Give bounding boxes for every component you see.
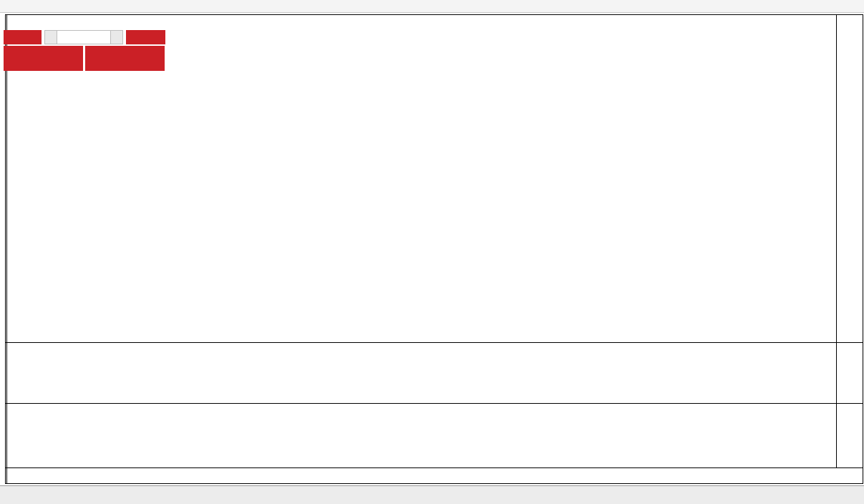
pane-left-border [6, 15, 7, 483]
pane-separator[interactable] [6, 467, 863, 468]
chart-tab-bar [0, 485, 864, 504]
buy-button[interactable] [126, 30, 165, 44]
sell-price-display[interactable] [4, 46, 83, 71]
volume-increase-button[interactable] [110, 30, 123, 44]
sell-button[interactable] [4, 30, 42, 44]
pane-separator[interactable] [6, 342, 863, 343]
macd-pane-canvas[interactable] [6, 344, 836, 402]
one-click-trading-panel [4, 30, 165, 71]
volume-input[interactable] [57, 30, 110, 44]
volume-decrease-button[interactable] [44, 30, 57, 44]
pane-separator[interactable] [6, 403, 863, 404]
chart-title [10, 19, 27, 29]
price-axis-line [836, 15, 837, 468]
timeframe-toolbar [0, 0, 864, 13]
buy-price-display[interactable] [85, 46, 165, 71]
rsi-pane-canvas[interactable] [6, 404, 836, 467]
